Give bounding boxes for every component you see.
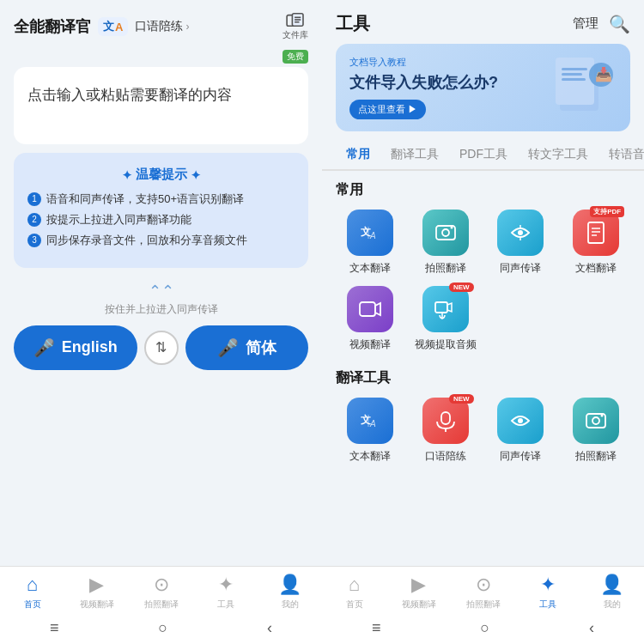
file-library-label: 文件库 <box>283 29 308 41</box>
left-bottom-nav: ⌂ 首页 ▶ 视频翻译 ⊙ 拍照翻译 ✦ 工具 👤 我的 <box>0 566 322 614</box>
new-badge-2: NEW <box>449 394 474 404</box>
svg-rect-8 <box>562 73 582 76</box>
left-nav-video[interactable]: ▶ 视频翻译 <box>64 574 129 611</box>
tip-item-2: 2 按提示上拉进入同声翻译功能 <box>27 212 295 228</box>
lang-swap-btn[interactable]: ⇅ <box>144 331 179 365</box>
tool-photo-translate[interactable]: 拍照翻译 <box>411 210 480 276</box>
left-nav-home[interactable]: ⌂ 首页 <box>0 574 64 611</box>
right-nav-photo[interactable]: ⊙ 拍照翻译 <box>451 574 515 611</box>
video-translate-icon-wrap <box>347 286 393 332</box>
tool-video-audio[interactable]: NEW 视频提取音频 <box>411 286 480 352</box>
right-content: 常用 文 A 文本翻译 <box>322 171 644 566</box>
right-nav-video[interactable]: ▶ 视频翻译 <box>386 574 451 611</box>
tool-text-translate[interactable]: 文 A 文本翻译 <box>336 210 404 276</box>
right-nav-home-label: 首页 <box>346 598 363 611</box>
right-sys-back-icon[interactable]: ‹ <box>589 619 594 637</box>
file-library-btn[interactable]: 文件库 <box>283 12 308 41</box>
right-camera-icon: ⊙ <box>476 574 491 596</box>
right-video-icon: ▶ <box>411 574 426 596</box>
section-common-title: 常用 <box>336 181 630 199</box>
oral-practice-label: 口语陪练 <box>425 449 466 464</box>
tab-common[interactable]: 常用 <box>336 140 380 171</box>
svg-rect-7 <box>562 68 587 70</box>
push-up-arrow-icon: ⌃⌃ <box>0 282 322 301</box>
tip-num-2: 2 <box>27 213 41 227</box>
right-sys-home-icon[interactable]: ○ <box>480 619 489 637</box>
svg-rect-6 <box>556 58 594 105</box>
left-panel: 全能翻译官 文 A 口语陪练 › 文件库 免费 点击输入或粘贴需要翻译的内容 <box>0 0 322 644</box>
svg-point-31 <box>518 418 523 423</box>
tips-card: ✦ 温馨提示 ✦ 1 语音和同声传译，支持50+语言识别翻译 2 按提示上拉进入… <box>14 153 308 268</box>
tool-doc-translate[interactable]: 支持PDF 文档翻译 <box>562 210 630 276</box>
right-nav-tools-label: 工具 <box>539 598 556 611</box>
tool-simultaneous[interactable]: 同声传译 <box>487 210 556 276</box>
left-system-bar: ≡ ○ ‹ <box>0 614 322 644</box>
oral-practice-icon-wrap: NEW <box>422 398 469 444</box>
right-header: 工具 管理 🔍 <box>322 0 644 44</box>
translation-input-area[interactable]: 点击输入或粘贴需要翻译的内容 <box>14 67 308 144</box>
tips-list: 1 语音和同声传译，支持50+语言识别翻译 2 按提示上拉进入同声翻译功能 3 … <box>27 191 295 249</box>
left-nav-profile[interactable]: 👤 我的 <box>258 574 322 611</box>
pdf-badge: 支持PDF <box>590 206 624 217</box>
right-bottom-nav: ⌂ 首页 ▶ 视频翻译 ⊙ 拍照翻译 ✦ 工具 👤 我的 <box>322 566 644 614</box>
left-nav-home-label: 首页 <box>24 598 41 611</box>
tool-text-translate-2[interactable]: 文 A 文本翻译 <box>336 398 404 464</box>
simultaneous-label: 同声传译 <box>500 261 541 276</box>
tab-pdf-tools[interactable]: PDF工具 <box>449 140 518 171</box>
photo-translate-icon-wrap <box>422 210 469 256</box>
lang-right-btn[interactable]: 🎤 简体 <box>185 325 309 370</box>
photo-translate-2-label: 拍照翻译 <box>575 449 617 464</box>
manage-btn[interactable]: 管理 <box>573 15 598 32</box>
tab-text-tools[interactable]: 转文字工具 <box>518 140 598 171</box>
right-nav-video-label: 视频翻译 <box>402 598 436 611</box>
tab-audio-tools[interactable]: 转语音工具 <box>598 140 644 171</box>
oral-practice-link[interactable]: 口语陪练 › <box>135 19 189 34</box>
banner-illustration: 📥 <box>551 51 620 121</box>
tip-num-3: 3 <box>27 234 41 247</box>
tab-translate-tools[interactable]: 翻译工具 <box>380 140 449 171</box>
right-tools-icon: ✦ <box>540 574 556 596</box>
right-system-bar: ≡ ○ ‹ <box>322 614 644 644</box>
left-nav-tools-label: 工具 <box>217 598 234 611</box>
svg-rect-19 <box>588 222 604 243</box>
video-audio-label: 视频提取音频 <box>415 337 477 352</box>
badge-zh: 文 <box>103 19 114 34</box>
tip-text-1: 语音和同声传译，支持50+语言识别翻译 <box>46 191 244 207</box>
banner-cta-btn[interactable]: 点这里查看 ▶ <box>349 100 426 119</box>
profile-icon: 👤 <box>278 574 301 596</box>
right-nav-profile-label: 我的 <box>604 598 621 611</box>
right-nav-tools[interactable]: ✦ 工具 <box>515 574 580 611</box>
video-translate-label: 视频翻译 <box>349 337 391 352</box>
search-icon[interactable]: 🔍 <box>609 14 630 34</box>
right-header-actions: 管理 🔍 <box>573 14 630 34</box>
svg-text:📥: 📥 <box>595 66 612 82</box>
right-sys-menu-icon[interactable]: ≡ <box>372 619 381 637</box>
section-translate-tools-title: 翻译工具 <box>336 369 630 387</box>
left-sys-home-icon[interactable]: ○ <box>158 619 167 637</box>
lang-left-btn[interactable]: 🎤 English <box>14 325 137 370</box>
photo-translate-label: 拍照翻译 <box>425 261 466 276</box>
video-icon: ▶ <box>89 574 104 596</box>
doc-translate-icon-wrap: 支持PDF <box>573 210 619 256</box>
right-nav-profile[interactable]: 👤 我的 <box>580 574 644 611</box>
banner: 文档导入教程 文件导入失败怎么办? 点这里查看 ▶ 📥 <box>336 44 630 131</box>
doc-translate-label: 文档翻译 <box>575 261 617 276</box>
swap-icon: ⇅ <box>155 339 167 355</box>
left-sys-back-icon[interactable]: ‹ <box>267 619 272 637</box>
left-nav-photo[interactable]: ⊙ 拍照翻译 <box>129 574 193 611</box>
photo-translate-2-icon-wrap <box>573 398 619 444</box>
tool-video-translate[interactable]: 视频翻译 <box>336 286 404 352</box>
left-nav-video-label: 视频翻译 <box>80 598 114 611</box>
tool-photo-translate-2[interactable]: 拍照翻译 <box>562 398 630 464</box>
tool-simultaneous-2[interactable]: 同声传译 <box>487 398 556 464</box>
translate-badge: 文 A <box>98 17 128 36</box>
simultaneous-icon-wrap <box>497 210 544 256</box>
common-tool-grid: 文 A 文本翻译 拍照翻译 <box>336 210 630 352</box>
right-nav-home[interactable]: ⌂ 首页 <box>322 574 386 611</box>
left-sys-menu-icon[interactable]: ≡ <box>50 619 59 637</box>
left-nav-tools[interactable]: ✦ 工具 <box>193 574 258 611</box>
camera-icon: ⊙ <box>154 574 169 596</box>
new-badge-1: NEW <box>449 283 474 292</box>
right-title: 工具 <box>336 12 370 35</box>
tool-oral-practice[interactable]: NEW 口语陪练 <box>411 398 480 464</box>
